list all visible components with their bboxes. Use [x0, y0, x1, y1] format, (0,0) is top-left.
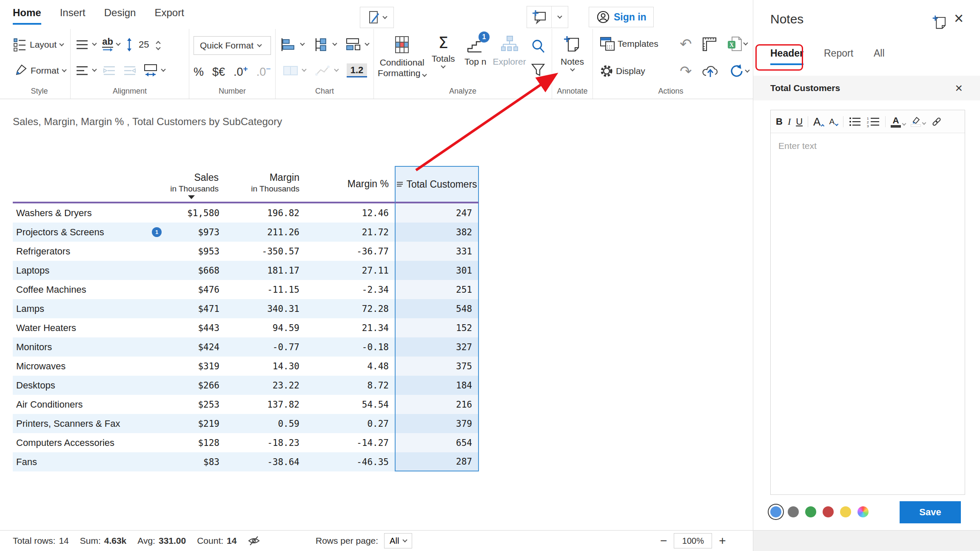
cell-sales[interactable]: $424 [147, 337, 225, 357]
currency-format-button[interactable]: $€ [212, 66, 225, 79]
layout-button[interactable]: Layout [13, 37, 66, 52]
notes-button[interactable]: Notes [555, 31, 590, 84]
close-panel-button[interactable]: × [954, 9, 963, 28]
tab-design[interactable]: Design [104, 7, 136, 25]
bar-chart-button[interactable] [280, 37, 304, 52]
cell-name[interactable]: Laptops [13, 261, 147, 280]
edit-view-button[interactable] [360, 7, 394, 28]
cell-margin[interactable]: -350.57 [225, 242, 305, 261]
color-swatch-green[interactable] [805, 506, 816, 517]
hierarchy-chart-button[interactable] [313, 37, 336, 52]
cell-customers[interactable]: 216 [395, 395, 479, 414]
filter-button[interactable] [530, 63, 546, 77]
hide-summary-button[interactable] [248, 535, 260, 547]
notes-tab-report[interactable]: Report [824, 48, 853, 65]
column-header-margin[interactable]: Margin in Thousands [225, 166, 305, 203]
cell-sales[interactable]: $128 [147, 433, 225, 452]
redo-button[interactable]: ↷ [680, 64, 692, 78]
column-header-margin-pct[interactable]: Margin % [305, 166, 395, 203]
cell-margin[interactable]: 181.17 [225, 261, 305, 280]
cell-sales[interactable]: $83 [147, 452, 225, 471]
cell-customers[interactable]: 375 [395, 357, 479, 376]
table-row[interactable]: Washers & Dryers$1,580196.8212.46247 [13, 203, 479, 223]
cell-margin[interactable]: 14.30 [225, 357, 305, 376]
display-settings-button[interactable]: Display [599, 63, 670, 79]
table-row[interactable]: Laptops$668181.1727.11301 [13, 261, 479, 280]
cell-customers[interactable]: 379 [395, 414, 479, 433]
row-height-value[interactable]: 25 [139, 39, 149, 50]
export-excel-button[interactable]: X [727, 36, 747, 52]
cell-margin[interactable]: 196.82 [225, 203, 305, 223]
cell-margin[interactable]: -0.77 [225, 337, 305, 357]
cell-margin[interactable]: -11.15 [225, 280, 305, 299]
table-row[interactable]: Computers Accessories$128-18.23-14.27654 [13, 433, 479, 452]
totals-button[interactable]: Σ Totals [427, 31, 459, 84]
format-painter-button[interactable]: Format [13, 64, 66, 77]
save-button[interactable]: Save [900, 501, 961, 523]
cell-customers[interactable]: 152 [395, 318, 479, 337]
zoom-in-button[interactable]: + [719, 535, 726, 547]
cell-margin_pct[interactable]: -46.35 [305, 452, 395, 471]
underline-button[interactable]: U [796, 116, 803, 127]
color-swatch-gray[interactable] [788, 506, 799, 517]
color-swatch-blue[interactable] [770, 506, 781, 517]
cell-margin_pct[interactable]: 54.54 [305, 395, 395, 414]
table-row[interactable]: Water Heaters$44394.5921.34152 [13, 318, 479, 337]
cell-margin[interactable]: -38.64 [225, 452, 305, 471]
cell-margin_pct[interactable]: 21.34 [305, 318, 395, 337]
vertical-align-button[interactable] [75, 38, 96, 51]
tab-export[interactable]: Export [154, 7, 184, 25]
quick-format-button[interactable]: Quick Format [194, 36, 271, 55]
table-row[interactable]: Lamps$471340.3172.28548 [13, 299, 479, 318]
cell-sales[interactable]: $319 [147, 357, 225, 376]
table-row[interactable]: Refrigerators$953-350.57-36.77331 [13, 242, 479, 261]
undo-button[interactable]: ↶ [680, 37, 692, 51]
cell-margin_pct[interactable]: 0.27 [305, 414, 395, 433]
horizontal-align-button[interactable] [75, 64, 96, 77]
combo-chart-button[interactable] [345, 37, 369, 52]
table-row[interactable]: Monitors$424-0.77-0.18327 [13, 337, 479, 357]
cell-customers[interactable]: 247 [395, 203, 479, 223]
cell-margin_pct[interactable]: -36.77 [305, 242, 395, 261]
ruler-button[interactable] [701, 36, 718, 51]
cell-name[interactable]: Printers, Scanners & Fax [13, 414, 147, 433]
cell-sales[interactable]: $443 [147, 318, 225, 337]
cell-sales[interactable]: $253 [147, 395, 225, 414]
percent-format-button[interactable]: % [194, 66, 204, 79]
cloud-upload-button[interactable] [701, 64, 719, 78]
add-comment-button[interactable] [527, 6, 568, 28]
tab-home[interactable]: Home [13, 7, 41, 25]
comment-add-dropdown[interactable] [552, 6, 568, 28]
add-note-button[interactable] [932, 14, 948, 31]
note-text-input[interactable]: Enter text [771, 133, 965, 159]
cell-sales[interactable]: $1,580 [147, 203, 225, 223]
table-chart-button[interactable] [282, 65, 306, 77]
cell-margin_pct[interactable]: 27.11 [305, 261, 395, 280]
cell-margin[interactable]: 211.26 [225, 223, 305, 242]
cell-sales[interactable]: $953 [147, 242, 225, 261]
row-height-stepper[interactable] [157, 40, 160, 49]
insert-link-button[interactable] [931, 116, 943, 128]
conditional-formatting-button[interactable]: ConditionalFormatting [376, 31, 427, 84]
notes-tab-all[interactable]: All [874, 48, 885, 65]
cell-name[interactable]: Air Conditioners [13, 395, 147, 414]
column-header-total-customers[interactable]: Total Customers [395, 166, 479, 203]
cell-margin_pct[interactable]: 4.48 [305, 357, 395, 376]
refresh-button[interactable] [729, 63, 749, 79]
decrease-font-button[interactable]: A [829, 117, 838, 126]
cell-margin_pct[interactable]: 12.46 [305, 203, 395, 223]
column-header-sales[interactable]: Sales in Thousands [147, 166, 225, 203]
note-count-badge[interactable]: 1 [152, 227, 162, 237]
cell-margin[interactable]: 23.22 [225, 376, 305, 395]
cell-margin[interactable]: 0.59 [225, 414, 305, 433]
top-n-button[interactable]: 1 Top n [459, 31, 492, 84]
cell-name[interactable]: Water Heaters [13, 318, 147, 337]
cell-margin[interactable]: 137.82 [225, 395, 305, 414]
cell-margin_pct[interactable]: 8.72 [305, 376, 395, 395]
cell-sales[interactable]: $266 [147, 376, 225, 395]
table-row[interactable]: Printers, Scanners & Fax$2190.590.27379 [13, 414, 479, 433]
cell-margin[interactable]: 94.59 [225, 318, 305, 337]
color-swatch-custom[interactable] [858, 506, 869, 517]
cell-name[interactable]: Coffee Machines [13, 280, 147, 299]
bold-button[interactable]: B [776, 116, 783, 127]
